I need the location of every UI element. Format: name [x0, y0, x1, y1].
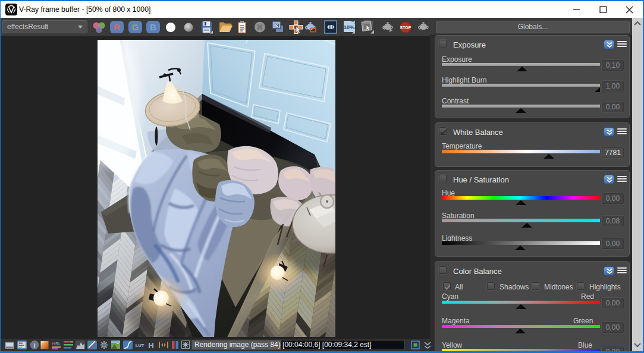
svg-text:R: R: [114, 22, 120, 32]
svg-text:i: i: [33, 342, 35, 349]
svg-text:H: H: [148, 341, 153, 350]
svg-text:G: G: [132, 22, 139, 32]
svg-text:STOP: STOP: [400, 26, 411, 30]
svg-text:B: B: [150, 22, 156, 32]
svg-text:L: L: [58, 341, 61, 346]
svg-text:10%: 10%: [343, 24, 355, 30]
svg-text:LUT: LUT: [136, 343, 144, 348]
